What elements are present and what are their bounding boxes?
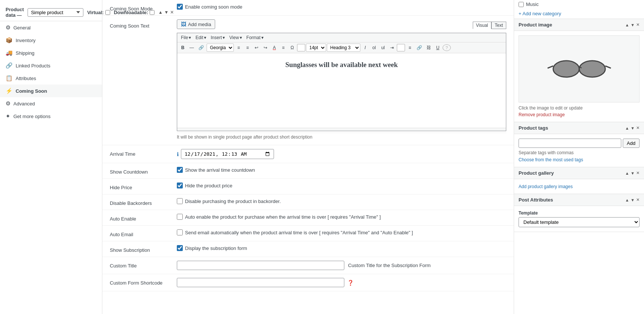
arrival-time-help-icon[interactable]: ℹ [177,151,179,157]
menu-edit[interactable]: Edit ▾ [193,34,208,41]
disable-backorders-checkbox-label[interactable]: Disable purchasing the product in backor… [177,198,506,204]
coming-soon-mode-content: Enable coming soon mode [177,4,506,10]
show-countdown-row: Show Countdown Show the arrival time cou… [102,163,514,179]
font-family-select[interactable]: Georgia [207,44,234,52]
visual-tab[interactable]: Visual [473,22,491,29]
coming-soon-mode-checkbox[interactable] [177,4,183,10]
auto-enable-checkbox-label[interactable]: Auto enable the product for purchase whe… [177,214,506,220]
menu-view[interactable]: View ▾ [227,34,244,41]
product-tags-section: Product tags ▲ ▼ ✕ Add Separate tags wit… [514,122,644,167]
sidebar-item-general[interactable]: ⚙ General [0,21,102,34]
sidebar-item-attributes[interactable]: 📋 Attributes [0,72,102,85]
tags-input[interactable] [519,139,621,148]
auto-email-checkbox[interactable] [177,229,183,235]
template-select[interactable]: Default template [519,217,640,227]
show-subscription-checkbox-label[interactable]: Display the subscription form [177,245,506,251]
coming-soon-mode-checkbox-label[interactable]: Enable coming soon mode [177,4,506,10]
italic-btn[interactable]: I [361,44,369,52]
post-attributes-close-btn[interactable]: ✕ [636,197,640,202]
music-label: Music [526,1,539,7]
show-subscription-checkbox[interactable] [177,245,183,251]
custom-title-input[interactable] [177,261,344,270]
font-size-select[interactable]: 14pt [306,44,326,52]
product-gallery-header[interactable]: Product gallery ▲ ▼ ✕ [514,167,644,179]
product-tags-header[interactable]: Product tags ▲ ▼ ✕ [514,122,644,134]
hide-price-checkbox-label[interactable]: Hide the product price [177,183,506,188]
sidebar-item-linked-products[interactable]: 🔗 Linked Products [0,59,102,72]
underline-btn[interactable]: U [434,44,442,52]
menu-file[interactable]: File ▾ [179,34,193,41]
disable-backorders-checkbox[interactable] [177,198,183,204]
choose-most-used-tags-link[interactable]: Choose from the most used tags [519,157,583,162]
auto-enable-checkbox[interactable] [177,214,183,220]
indent-btn[interactable]: ⇥ [388,44,396,52]
product-gallery-up-btn[interactable]: ▲ [625,171,629,175]
sidebar-item-coming-soon[interactable]: ⚡ Coming Soon [0,85,102,97]
product-image-container[interactable] [519,35,640,102]
add-gallery-images-link[interactable]: Add product gallery images [519,184,573,189]
sidebar-item-shipping[interactable]: 🚚 Shipping [0,47,102,59]
product-tags-close-btn[interactable]: ✕ [636,126,640,130]
post-attributes-header[interactable]: Post Attributes ▲ ▼ ✕ [514,194,644,206]
align-center-btn[interactable]: ≡ [243,44,252,52]
show-countdown-checkbox[interactable] [177,167,183,173]
help-toolbar-btn[interactable]: ? [443,44,451,51]
editor-resize-handle[interactable] [177,128,506,131]
arrival-time-input[interactable] [181,149,274,159]
sidebar-item-advanced[interactable]: ⚙ Advanced [0,97,102,110]
text-align2-btn[interactable]: ≡ [406,44,414,52]
align-left-btn[interactable]: ≡ [235,44,243,52]
shortcode-help-icon[interactable]: ❓ [347,280,354,286]
editor-body[interactable]: Sunglasses will be available next week [177,53,506,128]
text-color-btn[interactable]: A [270,44,278,52]
sidebar-item-label: Get more options [13,114,51,119]
product-tags-up-btn[interactable]: ▲ [625,126,629,130]
product-gallery-down-btn[interactable]: ▼ [631,171,635,175]
color-block-btn[interactable] [397,44,405,51]
insert-link-btn[interactable]: 🔗 [415,44,424,52]
editor-content[interactable]: Sunglasses will be available next week [181,57,502,73]
sidebar-item-inventory[interactable]: 📦 Inventory [0,34,102,47]
arrival-time-label: Arrival Time [110,149,177,157]
undo-btn[interactable]: ↩ [252,44,261,52]
sidebar-item-get-more-options[interactable]: ✦ Get more options [0,110,102,123]
svg-line-5 [548,66,553,68]
product-tags-down-btn[interactable]: ▼ [631,126,635,130]
auto-email-content: Send email automatically when the produc… [177,229,506,235]
inventory-icon: 📦 [6,37,13,44]
tags-add-button[interactable]: Add [623,139,640,148]
product-gallery-close-btn[interactable]: ✕ [636,171,640,175]
custom-form-shortcode-input[interactable] [177,278,344,287]
color-swatch-btn[interactable] [297,44,305,51]
text-tab[interactable]: Text [491,22,506,29]
product-type-select[interactable]: Simple product [28,8,83,17]
add-new-category-link[interactable]: + Add new category [514,9,644,19]
product-tags-controls: ▲ ▼ ✕ [625,126,640,130]
unordered-list-btn[interactable]: ul [379,44,387,52]
text-align-btn[interactable]: ≡ [279,44,287,52]
post-attributes-down-btn[interactable]: ▼ [631,197,635,202]
music-checkbox[interactable] [519,2,524,7]
menu-format[interactable]: Format ▾ [244,34,266,41]
menu-insert[interactable]: Insert ▾ [208,34,227,41]
dash-button[interactable]: — [188,44,196,52]
coming-soon-text-content: 🖼 Add media Visual Text File ▾ [177,19,506,141]
post-attributes-up-btn[interactable]: ▲ [625,197,629,202]
product-image-up-btn[interactable]: ▲ [625,22,629,27]
product-image-down-btn[interactable]: ▼ [631,22,635,27]
editor-toolbar: B — 🔗 Georgia ≡ ≡ ↩ ↪ A ≡ Ω [177,42,506,53]
product-image-header[interactable]: Product image ▲ ▼ ✕ [514,19,644,31]
bold-button[interactable]: B [179,44,187,52]
remove-link-btn[interactable]: ⛓ [425,44,433,52]
redo-btn[interactable]: ↪ [261,44,270,52]
remove-product-image-link[interactable]: Remove product image [519,112,640,117]
add-media-button[interactable]: 🖼 Add media [177,19,215,29]
auto-email-checkbox-label[interactable]: Send email automatically when the produc… [177,229,506,235]
heading-select[interactable]: Heading 3 [327,44,360,52]
ordered-list-btn[interactable]: ol [370,44,378,52]
special-char-btn[interactable]: Ω [288,44,296,52]
link-button[interactable]: 🔗 [197,44,206,52]
show-countdown-checkbox-label[interactable]: Show the arrival time countdown [177,167,506,173]
product-image-close-btn[interactable]: ✕ [636,22,640,27]
hide-price-checkbox[interactable] [177,183,183,188]
